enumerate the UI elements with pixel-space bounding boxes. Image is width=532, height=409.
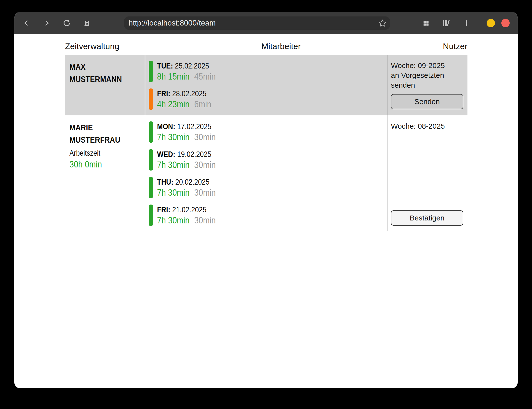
browser-window: http://localhost:8000/team xyxy=(14,12,518,388)
nav-nutzer[interactable]: Nutzer xyxy=(443,41,467,51)
day-entry: MON: 17.02.2025 7h 30min30min xyxy=(149,121,387,143)
nav-mitarbeiter[interactable]: Mitarbeiter xyxy=(261,41,301,51)
date-value: 17.02.2025 xyxy=(177,122,211,131)
employee-row-marie-musterfrau: MARIE MUSTERFRAU Arbeitszeit 30h 0min MO… xyxy=(65,115,467,231)
date-value: 21.02.2025 xyxy=(172,205,206,214)
senden-button[interactable]: Senden xyxy=(391,94,463,109)
worked-time: 7h 30min xyxy=(157,188,189,198)
reload-icon xyxy=(63,19,71,27)
grid-icon xyxy=(422,19,430,27)
back-button[interactable] xyxy=(22,18,31,28)
date-value: 19.02.2025 xyxy=(177,150,211,159)
forward-button[interactable] xyxy=(42,18,52,28)
url-input[interactable]: http://localhost:8000/team xyxy=(129,19,378,27)
employee-name-line: MARIE xyxy=(69,121,135,134)
page-content: Zeitverwaltung Mitarbeiter Nutzer MAX MU… xyxy=(14,41,518,231)
bookmark-button[interactable] xyxy=(378,19,386,27)
nav-zeitverwaltung[interactable]: Zeitverwaltung xyxy=(65,41,119,51)
day-entries-cell: TUE: 25.02.2025 8h 15min45min FRI: 28.02… xyxy=(145,55,387,115)
chevron-right-icon xyxy=(43,19,51,27)
day-entry-text: WED: 19.02.2025 7h 30min30min xyxy=(157,149,225,171)
status-bar xyxy=(149,121,153,143)
pause-time: 6min xyxy=(194,99,212,109)
new-tab-icon xyxy=(83,19,91,27)
bestaetigen-button[interactable]: Bestätigen xyxy=(391,210,463,226)
day-label: THU: xyxy=(157,177,173,186)
chevron-left-icon xyxy=(23,19,30,27)
tab-overview-button[interactable] xyxy=(421,18,431,28)
pause-time: 30min xyxy=(194,132,216,142)
date-value: 25.02.2025 xyxy=(175,61,209,70)
employee-row-max-mustermann: MAX MUSTERMANN TUE: 25.02.2025 8h 15min4… xyxy=(65,55,467,115)
day-label: FRI: xyxy=(157,205,170,214)
worktime-label: Arbeitszeit xyxy=(69,148,135,159)
pause-time: 30min xyxy=(194,215,216,225)
week-label: Woche: 08-2025 xyxy=(391,121,463,131)
status-bar xyxy=(149,177,153,198)
employee-name-line: MUSTERFRAU xyxy=(69,134,135,146)
day-entry-text: FRI: 21.02.2025 7h 30min30min xyxy=(157,204,225,226)
spacer xyxy=(391,131,463,210)
day-entry: FRI: 21.02.2025 7h 30min30min xyxy=(149,204,387,226)
day-entry: TUE: 25.02.2025 8h 15min45min xyxy=(149,61,387,82)
day-entry-text: TUE: 25.02.2025 8h 15min45min xyxy=(157,61,225,82)
pause-time: 45min xyxy=(194,71,216,82)
day-entries-cell: MON: 17.02.2025 7h 30min30min WED: 19.02… xyxy=(145,115,387,231)
status-bar xyxy=(149,61,153,82)
date-value: 28.02.2025 xyxy=(172,89,206,98)
employee-name-line: MAX xyxy=(69,61,135,73)
day-label: MON: xyxy=(157,122,175,131)
status-bar xyxy=(149,149,153,171)
day-label: FRI: xyxy=(157,89,170,98)
day-entry: WED: 19.02.2025 7h 30min30min xyxy=(149,149,387,171)
url-bar[interactable]: http://localhost:8000/team xyxy=(124,16,390,30)
day-label: TUE: xyxy=(157,61,173,70)
day-entry: THU: 20.02.2025 7h 30min30min xyxy=(149,177,387,198)
reload-button[interactable] xyxy=(62,18,72,28)
new-tab-button[interactable] xyxy=(82,18,92,28)
employee-name-line: MUSTERMANN xyxy=(69,73,135,85)
worked-time: 7h 30min xyxy=(157,160,189,170)
kebab-menu-icon xyxy=(463,19,470,27)
employee-name-cell: MARIE MUSTERFRAU Arbeitszeit 30h 0min xyxy=(65,115,145,231)
worked-time: 4h 23min xyxy=(157,99,189,109)
date-value: 20.02.2025 xyxy=(175,177,209,186)
worked-time: 7h 30min xyxy=(157,132,189,142)
pause-time: 30min xyxy=(194,188,216,198)
week-label-sub: an Vorgesetzten xyxy=(391,70,463,80)
library-button[interactable] xyxy=(441,18,451,28)
employee-table: MAX MUSTERMANN TUE: 25.02.2025 8h 15min4… xyxy=(65,55,467,231)
status-bar xyxy=(149,88,153,110)
minimize-button[interactable] xyxy=(487,19,495,27)
day-entry-text: FRI: 28.02.2025 4h 23min6min xyxy=(157,88,219,110)
browser-toolbar: http://localhost:8000/team xyxy=(14,12,518,34)
top-navigation: Zeitverwaltung Mitarbeiter Nutzer xyxy=(65,41,467,51)
worked-time: 8h 15min xyxy=(157,71,189,82)
menu-button[interactable] xyxy=(462,18,471,28)
week-action-cell: Woche: 08-2025 Bestätigen xyxy=(387,115,467,231)
library-icon xyxy=(442,19,450,27)
week-action-cell: Woche: 09-2025 an Vorgesetzten senden Se… xyxy=(387,55,467,115)
day-entry-text: THU: 20.02.2025 7h 30min30min xyxy=(157,177,225,198)
day-entry-text: MON: 17.02.2025 7h 30min30min xyxy=(157,121,225,143)
star-icon xyxy=(378,19,386,27)
week-label: Woche: 09-2025 xyxy=(391,61,463,70)
close-button[interactable] xyxy=(501,19,510,27)
worked-time: 7h 30min xyxy=(157,215,189,225)
week-label-sub: senden xyxy=(391,80,463,90)
status-bar xyxy=(149,204,153,226)
day-label: WED: xyxy=(157,150,175,159)
employee-name-cell: MAX MUSTERMANN xyxy=(65,55,145,115)
day-entry: FRI: 28.02.2025 4h 23min6min xyxy=(149,88,387,110)
pause-time: 30min xyxy=(194,160,216,170)
worktime-value: 30h 0min xyxy=(69,159,135,170)
